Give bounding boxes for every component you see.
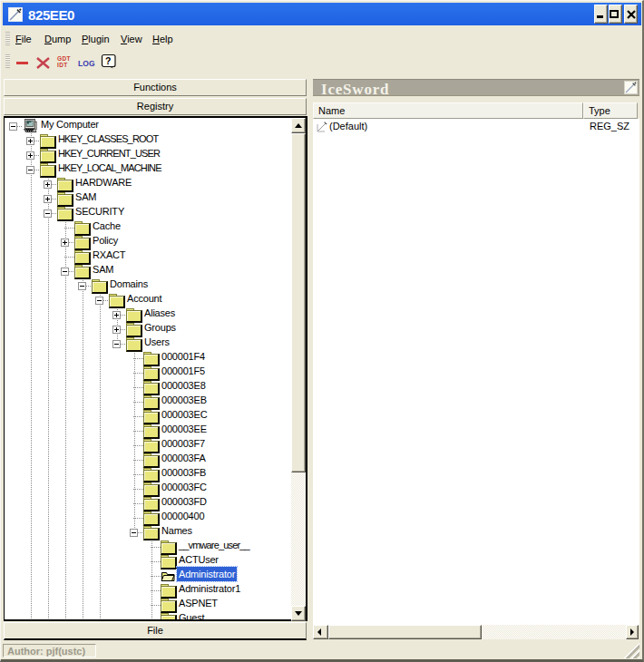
svg-text:?: ? xyxy=(105,55,111,66)
